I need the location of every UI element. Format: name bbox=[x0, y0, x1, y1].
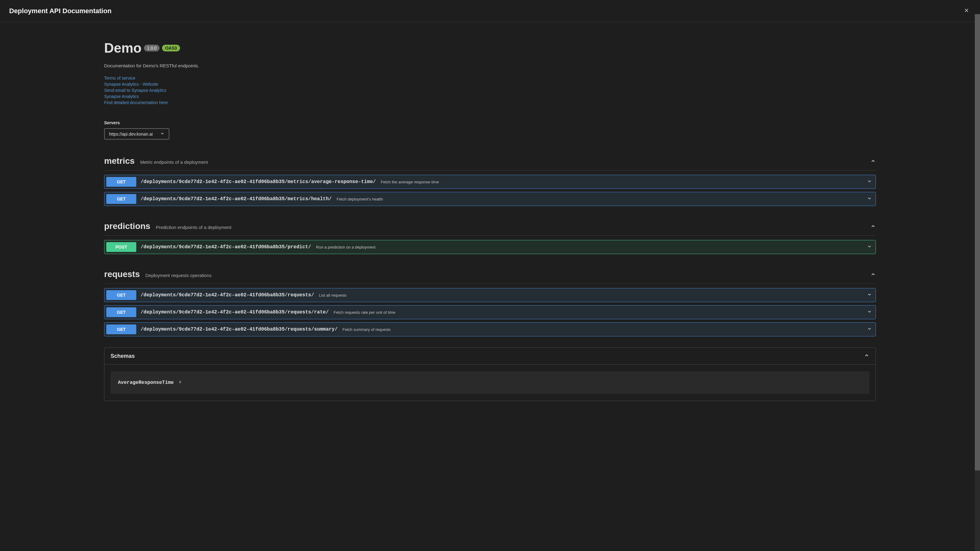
scrollbar-thumb[interactable] bbox=[975, 14, 980, 470]
method-badge-get: GET bbox=[106, 307, 136, 317]
endpoint-desc: List all requests bbox=[319, 293, 867, 297]
section-name: requests bbox=[104, 269, 140, 279]
section-title-group: predictions Prediction endpoints of a de… bbox=[104, 221, 232, 231]
endpoint-row[interactable]: GET /deployments/9cde77d2-1e42-4f2c-ae02… bbox=[104, 175, 876, 189]
version-badge: 1.0.0 bbox=[144, 45, 159, 51]
close-button[interactable] bbox=[962, 6, 971, 16]
chevron-down-icon bbox=[867, 196, 872, 202]
license-link[interactable]: Synapse Analytics bbox=[104, 94, 876, 99]
chevron-up-icon bbox=[870, 224, 876, 230]
endpoint-desc: Fetch the average response time bbox=[381, 180, 867, 184]
endpoint-desc: Fetch requests rate per unit of time bbox=[334, 310, 867, 315]
section-title-group: metrics Metric endpoints of a deployment bbox=[104, 156, 208, 166]
section-name: metrics bbox=[104, 156, 135, 166]
schema-name: AverageResponseTime bbox=[118, 380, 173, 385]
endpoint-row[interactable]: GET /deployments/9cde77d2-1e42-4f2c-ae02… bbox=[104, 192, 876, 206]
chevron-up-icon bbox=[870, 272, 876, 278]
endpoint-desc: Fetch deployment's health bbox=[337, 197, 867, 202]
link-list: Terms of service Synapse Analytics - Web… bbox=[104, 76, 876, 105]
chevron-down-icon bbox=[867, 326, 872, 332]
section-divider bbox=[104, 235, 876, 236]
endpoint-path: /deployments/9cde77d2-1e42-4f2c-ae02-41f… bbox=[140, 179, 376, 184]
endpoint-path: /deployments/9cde77d2-1e42-4f2c-ae02-41f… bbox=[140, 292, 314, 298]
section-title-group: requests Deployment requests operations bbox=[104, 269, 212, 279]
server-selected-value: https://api.dev.konan.ai bbox=[109, 132, 153, 137]
endpoint-list-requests: GET /deployments/9cde77d2-1e42-4f2c-ae02… bbox=[104, 288, 876, 337]
section-header-metrics[interactable]: metrics Metric endpoints of a deployment bbox=[104, 152, 876, 170]
schemas-header[interactable]: Schemas bbox=[105, 348, 875, 365]
chevron-down-icon bbox=[867, 309, 872, 315]
endpoint-row[interactable]: POST /deployments/9cde77d2-1e42-4f2c-ae0… bbox=[104, 240, 876, 254]
method-badge-post: POST bbox=[106, 242, 136, 252]
method-badge-get: GET bbox=[106, 177, 136, 187]
schemas-title: Schemas bbox=[111, 353, 135, 359]
servers-section: Servers https://api.dev.konan.ai bbox=[104, 120, 876, 140]
chevron-down-icon bbox=[867, 179, 872, 185]
api-name: Demo bbox=[104, 40, 142, 56]
website-link[interactable]: Synapse Analytics - Website bbox=[104, 82, 876, 87]
section-header-predictions[interactable]: predictions Prediction endpoints of a de… bbox=[104, 217, 876, 235]
server-select[interactable]: https://api.dev.konan.ai bbox=[104, 128, 169, 140]
section-name: predictions bbox=[104, 221, 150, 231]
contact-email-link[interactable]: Send email to Synapse Analytics bbox=[104, 88, 876, 93]
section-desc: Deployment requests operations bbox=[145, 273, 212, 278]
chevron-down-icon bbox=[867, 292, 872, 298]
chevron-down-icon bbox=[867, 244, 872, 250]
section-divider bbox=[104, 283, 876, 284]
method-badge-get: GET bbox=[106, 290, 136, 300]
chevron-right-icon bbox=[178, 380, 182, 385]
endpoint-desc: Run a prediction on a deployment bbox=[316, 245, 867, 249]
method-badge-get: GET bbox=[106, 324, 136, 334]
endpoint-path: /deployments/9cde77d2-1e42-4f2c-ae02-41f… bbox=[140, 244, 311, 250]
close-icon bbox=[964, 10, 970, 14]
external-docs-link[interactable]: Find detailed documentation here bbox=[104, 100, 876, 105]
main-content: Demo 1.0.0 OAS3 Documentation for Demo's… bbox=[0, 22, 980, 413]
endpoint-path: /deployments/9cde77d2-1e42-4f2c-ae02-41f… bbox=[140, 310, 329, 315]
section-desc: Prediction endpoints of a deployment bbox=[156, 225, 232, 230]
schemas-section: Schemas AverageResponseTime bbox=[104, 348, 876, 401]
endpoint-row[interactable]: GET /deployments/9cde77d2-1e42-4f2c-ae02… bbox=[104, 288, 876, 302]
api-description: Documentation for Demo's RESTful endpoin… bbox=[104, 63, 876, 68]
page-title: Deployment API Documentation bbox=[9, 7, 111, 15]
endpoint-row[interactable]: GET /deployments/9cde77d2-1e42-4f2c-ae02… bbox=[104, 305, 876, 319]
endpoint-path: /deployments/9cde77d2-1e42-4f2c-ae02-41f… bbox=[140, 196, 332, 202]
scrollbar[interactable] bbox=[975, 14, 980, 551]
section-header-requests[interactable]: requests Deployment requests operations bbox=[104, 265, 876, 283]
terms-of-service-link[interactable]: Terms of service bbox=[104, 76, 876, 81]
endpoint-list-metrics: GET /deployments/9cde77d2-1e42-4f2c-ae02… bbox=[104, 175, 876, 206]
endpoint-list-predictions: POST /deployments/9cde77d2-1e42-4f2c-ae0… bbox=[104, 240, 876, 254]
endpoint-row[interactable]: GET /deployments/9cde77d2-1e42-4f2c-ae02… bbox=[104, 322, 876, 337]
chevron-up-icon bbox=[870, 158, 876, 165]
method-badge-get: GET bbox=[106, 194, 136, 204]
oas-badge: OAS3 bbox=[162, 45, 180, 51]
section-desc: Metric endpoints of a deployment bbox=[140, 159, 208, 165]
endpoint-desc: Fetch summary of requests bbox=[342, 327, 867, 332]
schema-item[interactable]: AverageResponseTime bbox=[111, 371, 869, 394]
api-title-row: Demo 1.0.0 OAS3 bbox=[104, 40, 876, 56]
endpoint-path: /deployments/9cde77d2-1e42-4f2c-ae02-41f… bbox=[140, 327, 337, 332]
header-bar: Deployment API Documentation bbox=[0, 0, 980, 22]
chevron-up-icon bbox=[864, 353, 869, 359]
servers-label: Servers bbox=[104, 120, 876, 125]
chevron-down-icon bbox=[160, 131, 164, 137]
